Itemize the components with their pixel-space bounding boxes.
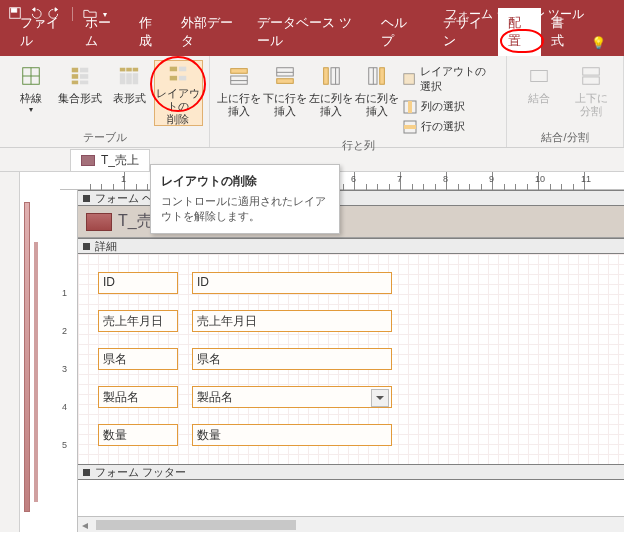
record-selector bbox=[34, 242, 38, 502]
insert-right-label: 右に列を 挿入 bbox=[355, 92, 399, 118]
split-vert-label: 上下に 分割 bbox=[575, 92, 608, 118]
select-row-label: 行の選択 bbox=[421, 119, 465, 134]
svg-rect-14 bbox=[120, 73, 126, 84]
svg-rect-11 bbox=[120, 68, 126, 72]
insert-above-label: 上に行を 挿入 bbox=[217, 92, 261, 118]
group-rowscols-label: 行と列 bbox=[216, 136, 500, 153]
field-label[interactable]: ID bbox=[98, 272, 178, 294]
form-title-icon bbox=[86, 213, 112, 231]
insert-row-below-button[interactable]: 下に行を 挿入 bbox=[262, 60, 308, 126]
document-tab-label: T_売上 bbox=[101, 152, 139, 169]
field-label[interactable]: 県名 bbox=[98, 348, 178, 370]
field-label[interactable]: 売上年月日 bbox=[98, 310, 178, 332]
field-textbox[interactable]: 売上年月日 bbox=[192, 310, 392, 332]
svg-rect-34 bbox=[404, 74, 414, 84]
tooltip-remove-layout: レイアウトの削除 コントロールに適用されたレイアウトを解除します。 bbox=[150, 164, 340, 234]
scrollbar-thumb[interactable] bbox=[96, 520, 296, 530]
svg-rect-18 bbox=[179, 67, 186, 72]
field-label[interactable]: 製品名 bbox=[98, 386, 178, 408]
tooltip-body: コントロールに適用されたレイアウトを解除します。 bbox=[161, 194, 329, 225]
insert-column-left-button[interactable]: 左に列を 挿入 bbox=[308, 60, 354, 126]
insert-left-label: 左に列を 挿入 bbox=[309, 92, 353, 118]
field-textbox[interactable]: ID bbox=[192, 272, 392, 294]
group-table-label: テーブル bbox=[6, 128, 203, 145]
section-detail[interactable]: 詳細 bbox=[78, 238, 624, 254]
svg-rect-38 bbox=[404, 125, 416, 129]
svg-rect-26 bbox=[277, 79, 294, 84]
svg-rect-19 bbox=[170, 76, 177, 81]
tab-external-data[interactable]: 外部データ bbox=[171, 8, 247, 56]
field-textbox[interactable]: 数量 bbox=[192, 424, 392, 446]
svg-rect-15 bbox=[126, 73, 132, 84]
field-label[interactable]: 数量 bbox=[98, 424, 178, 446]
tabular-label: 表形式 bbox=[113, 92, 146, 105]
selection-bar[interactable] bbox=[24, 202, 30, 512]
svg-rect-6 bbox=[80, 68, 88, 73]
svg-rect-13 bbox=[133, 68, 139, 72]
svg-rect-5 bbox=[72, 68, 78, 73]
select-row-button[interactable]: 行の選択 bbox=[399, 117, 500, 136]
select-column-button[interactable]: 列の選択 bbox=[399, 97, 500, 116]
tab-format[interactable]: 書式 bbox=[541, 8, 583, 56]
merge-label: 結合 bbox=[528, 92, 550, 105]
insert-column-right-button[interactable]: 右に列を 挿入 bbox=[354, 60, 400, 126]
section-detail-label: 詳細 bbox=[95, 239, 117, 254]
svg-rect-9 bbox=[72, 81, 78, 85]
svg-rect-41 bbox=[583, 77, 600, 84]
svg-rect-29 bbox=[323, 68, 328, 85]
horizontal-scrollbar[interactable]: ◂ bbox=[78, 516, 624, 532]
svg-rect-20 bbox=[179, 76, 186, 81]
svg-rect-16 bbox=[133, 73, 139, 84]
group-mergesplit-label: 結合/分割 bbox=[513, 128, 617, 145]
svg-rect-7 bbox=[72, 74, 78, 79]
gridlines-label: 枠線 bbox=[20, 92, 42, 105]
select-column-label: 列の選択 bbox=[421, 99, 465, 114]
form-icon bbox=[81, 155, 95, 166]
gridlines-button[interactable]: 枠線 ▾ bbox=[6, 60, 55, 126]
svg-rect-10 bbox=[80, 81, 88, 85]
tab-database-tools[interactable]: データベース ツール bbox=[247, 8, 371, 56]
svg-rect-12 bbox=[126, 68, 132, 72]
tab-create[interactable]: 作成 bbox=[129, 8, 171, 56]
insert-row-above-button[interactable]: 上に行を 挿入 bbox=[216, 60, 262, 126]
select-layout-button[interactable]: レイアウトの選択 bbox=[399, 62, 500, 96]
svg-rect-40 bbox=[583, 68, 600, 75]
tab-arrange[interactable]: 配置 bbox=[498, 8, 540, 56]
svg-rect-36 bbox=[408, 101, 412, 113]
select-layout-label: レイアウトの選択 bbox=[420, 64, 496, 94]
field-textbox[interactable]: 県名 bbox=[192, 348, 392, 370]
tab-home[interactable]: ホーム bbox=[75, 8, 129, 56]
svg-rect-39 bbox=[531, 71, 548, 82]
tab-file[interactable]: ファイル bbox=[10, 8, 75, 56]
document-tab[interactable]: T_売上 bbox=[70, 149, 150, 171]
svg-rect-8 bbox=[80, 74, 88, 79]
field-combobox[interactable]: 製品名 bbox=[192, 386, 392, 408]
stacked-layout-button[interactable]: 集合形式 bbox=[55, 60, 104, 126]
insert-below-label: 下に行を 挿入 bbox=[263, 92, 307, 118]
remove-layout-label: レイアウトの 削除 bbox=[155, 87, 202, 127]
tabular-layout-button[interactable]: 表形式 bbox=[104, 60, 153, 126]
svg-rect-17 bbox=[170, 67, 177, 72]
tooltip-title: レイアウトの削除 bbox=[161, 173, 329, 190]
horizontal-ruler: 1234567891011 bbox=[60, 172, 624, 190]
section-form-footer-label: フォーム フッター bbox=[95, 465, 186, 480]
vertical-ruler: 12345 bbox=[60, 190, 78, 532]
tab-help[interactable]: ヘルプ bbox=[371, 8, 425, 56]
tell-me-icon[interactable]: 💡 bbox=[583, 30, 614, 56]
left-gutter bbox=[0, 172, 20, 532]
section-form-footer[interactable]: フォーム フッター bbox=[78, 464, 624, 480]
svg-rect-32 bbox=[379, 68, 384, 85]
merge-button: 結合 bbox=[513, 60, 565, 126]
stacked-label: 集合形式 bbox=[58, 92, 102, 105]
remove-layout-button[interactable]: レイアウトの 削除 bbox=[154, 60, 203, 126]
svg-rect-23 bbox=[231, 69, 248, 74]
tab-design[interactable]: デザイン bbox=[433, 8, 498, 56]
split-vertical-button: 上下に 分割 bbox=[565, 60, 617, 126]
